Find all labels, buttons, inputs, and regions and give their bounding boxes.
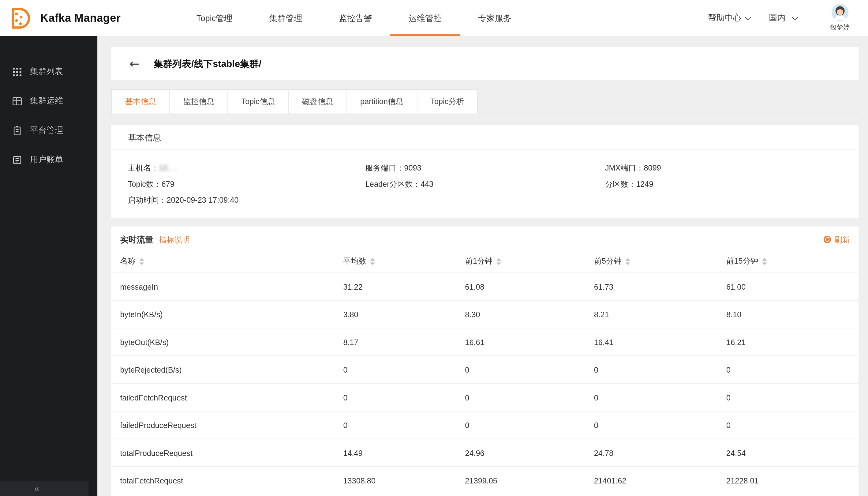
info-field: 主机名：10.… [128,162,365,173]
field-value: 10.… [159,164,177,172]
cell-value: 0 [343,421,465,430]
col-header: 前15分钟 [726,256,850,266]
cell-value: 13308.80 [343,476,465,485]
table-row: totalProduceRequest14.4924.9624.7824.54 [111,438,859,466]
realtime-traffic-title: 实时流量 [120,235,153,245]
region-label: 国内 [769,13,785,23]
tab-monitor-info[interactable]: 监控信息 [169,89,228,114]
tab-topic-analysis[interactable]: Topic分析 [416,89,478,114]
cell-value: 21401.62 [594,476,726,485]
info-field: 启动时间：2020-09-23 17:09:40 [128,195,365,205]
field-label: Topic数： [128,180,162,188]
col-header: 名称 [120,256,343,266]
cell-value: 16.21 [726,337,850,346]
sidebar-item-label: 集群列表 [30,66,63,77]
user-bill-icon [12,154,23,165]
sort-icon[interactable] [762,258,767,265]
sidebar: 集群列表集群运维平台管理用户账单 « [0,36,97,496]
app-window: Kafka Manager Topic管理集群管理监控告警运维管控专家服务 帮助… [0,0,868,496]
metric-description-link[interactable]: 指标说明 [159,235,190,245]
platform-manage-icon [12,125,23,136]
chevron-down-icon [745,14,751,20]
field-label: JMX端口： [605,164,644,172]
cell-value: 16.41 [594,337,726,346]
nav-item-monitor-alert[interactable]: 监控告警 [320,0,390,36]
nav-item-topic-manage[interactable]: Topic管理 [178,0,251,36]
sidebar-item-cluster-ops[interactable]: 集群运维 [0,86,97,116]
field-value: 443 [421,180,433,188]
tab-basic-info[interactable]: 基本信息 [111,89,170,114]
field-value: 679 [162,180,174,188]
user-name: 包梦婷 [830,23,850,32]
sidebar-item-cluster-list[interactable]: 集群列表 [0,57,97,86]
cell-value: 61.00 [726,282,850,291]
table-row: failedFetchRequest0000 [111,383,859,411]
tab-disk-info[interactable]: 磁盘信息 [288,89,347,114]
col-header-label: 名称 [120,256,136,266]
cell-value: 16.61 [465,337,594,346]
cell-value: 24.54 [726,448,850,457]
basic-info-card: 基本信息 主机名：10.…服务端口：9093JMX端口：8099Topic数：6… [111,125,859,218]
cell-value: 0 [465,421,594,430]
sidebar-item-platform-manage[interactable]: 平台管理 [0,116,97,145]
table-row: failedProduceRequest0000 [111,411,859,438]
field-value: 1249 [636,180,653,188]
top-right: 帮助中心 国内 包梦婷 [708,4,858,32]
col-header-label: 前5分钟 [594,256,621,266]
sidebar-item-label: 平台管理 [30,125,63,136]
col-header-label: 前15分钟 [726,256,758,266]
sidebar-collapse-button[interactable]: « [0,481,89,496]
user-menu[interactable]: 包梦婷 [821,4,858,32]
tab-topic-info[interactable]: Topic信息 [227,89,289,114]
cell-metric-name: failedProduceRequest [120,421,343,430]
table-row: byteIn(KB/s)3.808.308.218.10 [111,300,859,328]
back-arrow-icon[interactable]: ← [129,57,139,70]
sort-icon[interactable] [370,258,375,265]
cell-value: 8.21 [594,310,726,319]
help-center-menu[interactable]: 帮助中心 [708,13,750,23]
field-label: 主机名： [128,164,159,172]
cell-metric-name: messageIn [120,282,343,291]
cell-metric-name: byteIn(KB/s) [120,310,343,319]
nav-item-ops-control[interactable]: 运维管控 [390,0,460,36]
nav-item-cluster-manage[interactable]: 集群管理 [251,0,320,36]
cell-value: 21399.05 [465,476,594,485]
nav-item-expert-service[interactable]: 专家服务 [460,0,530,36]
page-title: 集群列表/线下stable集群/ [154,57,262,70]
chevron-down-icon [792,14,798,20]
refresh-button[interactable]: 刷新 [823,235,850,245]
cell-metric-name: failedFetchRequest [120,393,343,402]
field-label: 启动时间： [128,195,167,204]
field-value: 2020-09-23 17:09:40 [167,195,238,204]
main-content: ← 集群列表/线下stable集群/ 基本信息监控信息Topic信息磁盘信息pa… [97,36,868,496]
brand[interactable]: Kafka Manager [7,5,121,31]
basic-info-title: 基本信息 [111,125,859,150]
avatar[interactable] [831,4,848,21]
tab-partition-info[interactable]: partition信息 [346,89,417,114]
cell-value: 0 [465,393,594,402]
cell-value: 0 [726,421,850,430]
sort-icon[interactable] [140,258,144,265]
cell-value: 8.10 [726,310,850,319]
sidebar-item-user-bill[interactable]: 用户账单 [0,145,97,174]
field-label: 服务端口： [365,164,404,172]
cell-value: 24.96 [465,448,594,457]
table-row: totalFetchRequest13308.8021399.0521401.6… [111,466,859,494]
cell-value: 8.30 [465,310,594,319]
cell-value: 0 [594,421,726,430]
cluster-ops-icon [12,95,23,107]
sidebar-menu: 集群列表集群运维平台管理用户账单 [0,36,97,174]
refresh-label: 刷新 [834,235,850,245]
app-title: Kafka Manager [41,12,121,25]
sort-icon[interactable] [496,258,501,265]
sort-icon[interactable] [625,258,630,265]
table-row: byteOut(KB/s)8.1716.6116.4116.21 [111,328,859,355]
region-select[interactable]: 国内 [769,13,797,23]
tabs: 基本信息监控信息Topic信息磁盘信息partition信息Topic分析 [111,89,859,114]
info-field: JMX端口：8099 [605,162,842,173]
table-body: messageIn31.2261.0861.7361.00byteIn(KB/s… [111,273,859,494]
cell-value: 21228.01 [726,476,850,485]
sidebar-item-label: 用户账单 [30,155,63,165]
top-bar: Kafka Manager Topic管理集群管理监控告警运维管控专家服务 帮助… [0,0,868,36]
cell-value: 0 [465,365,594,374]
